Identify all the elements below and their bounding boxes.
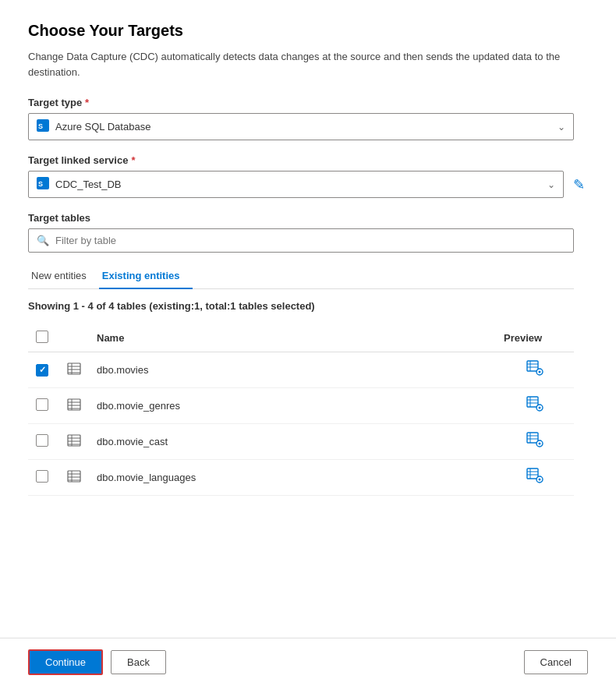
table-type-icon — [59, 388, 89, 424]
azure-sql-icon: S — [37, 119, 49, 134]
header-name-col: Name — [89, 324, 496, 352]
header-checkbox-col — [28, 324, 59, 352]
footer: Continue Back Cancel — [0, 638, 616, 686]
table-info: Showing 1 - 4 of 4 tables (existing:1, t… — [28, 300, 588, 312]
svg-point-14 — [539, 371, 541, 373]
filter-by-table-input[interactable] — [55, 235, 565, 246]
search-icon: 🔍 — [37, 235, 49, 246]
target-type-dropdown[interactable]: S Azure SQL Database ⌄ — [28, 113, 574, 140]
tabs-container: New entities Existing entities — [28, 263, 574, 289]
svg-rect-20 — [527, 397, 538, 407]
linked-service-row: S CDC_Test_DB ⌄ ✎ — [28, 171, 588, 198]
tables-table: Name Preview dbo.movies — [28, 324, 574, 496]
row-checkbox-2[interactable] — [36, 398, 48, 411]
tab-existing-entities[interactable]: Existing entities — [99, 263, 193, 289]
table-row: dbo.movie_languages — [28, 460, 574, 496]
svg-rect-31 — [527, 433, 538, 443]
linked-service-required-star: * — [131, 154, 135, 166]
page-title: Choose Your Targets — [28, 22, 588, 40]
required-star: * — [85, 97, 89, 108]
svg-text:S: S — [38, 122, 43, 130]
header-preview-col: Preview — [496, 324, 574, 352]
preview-table-icon[interactable] — [526, 363, 543, 379]
preview-button-1[interactable] — [496, 352, 574, 388]
row-checkbox-3[interactable] — [36, 434, 48, 447]
preview-button-3[interactable] — [496, 424, 574, 460]
table-type-icon — [59, 424, 89, 460]
edit-linked-service-icon[interactable]: ✎ — [570, 173, 588, 196]
svg-rect-9 — [527, 361, 538, 371]
target-type-chevron-icon: ⌄ — [558, 122, 565, 133]
svg-point-36 — [539, 443, 541, 445]
preview-table-icon[interactable] — [526, 471, 543, 486]
table-type-icon — [59, 460, 89, 496]
filter-input-container[interactable]: 🔍 — [28, 228, 574, 253]
target-linked-service-label: Target linked service * — [28, 154, 588, 166]
linked-service-value: CDC_Test_DB — [55, 179, 547, 190]
table-row: dbo.movie_cast — [28, 424, 574, 460]
preview-button-2[interactable] — [496, 388, 574, 424]
table-row: dbo.movie_genres — [28, 388, 574, 424]
preview-table-icon[interactable] — [526, 399, 543, 415]
table-type-icon — [59, 352, 89, 388]
target-type-value: Azure SQL Database — [55, 121, 558, 133]
select-all-checkbox[interactable] — [36, 331, 48, 343]
preview-button-4[interactable] — [496, 460, 574, 496]
preview-table-icon[interactable] — [526, 435, 543, 451]
back-button[interactable]: Back — [111, 650, 166, 674]
table-name: dbo.movie_genres — [89, 388, 496, 424]
linked-service-db-icon: S — [37, 177, 49, 192]
linked-service-dropdown[interactable]: S CDC_Test_DB ⌄ — [28, 171, 564, 198]
svg-rect-42 — [527, 469, 538, 479]
target-tables-label: Target tables — [28, 212, 588, 224]
tab-new-entities[interactable]: New entities — [28, 263, 99, 289]
cancel-button[interactable]: Cancel — [524, 650, 588, 674]
main-content: Choose Your Targets Change Data Capture … — [0, 0, 616, 638]
header-icon-col — [59, 324, 89, 352]
svg-text:S: S — [38, 180, 43, 188]
continue-button[interactable]: Continue — [28, 649, 103, 675]
table-name: dbo.movie_languages — [89, 460, 496, 496]
table-name: dbo.movies — [89, 352, 496, 388]
page-description: Change Data Capture (CDC) automatically … — [28, 49, 574, 80]
linked-service-chevron-icon: ⌄ — [547, 179, 555, 190]
svg-point-25 — [539, 407, 541, 409]
svg-point-47 — [539, 479, 541, 481]
table-name: dbo.movie_cast — [89, 424, 496, 460]
target-type-label: Target type * — [28, 97, 588, 108]
row-checkbox-4[interactable] — [36, 470, 48, 483]
table-row: dbo.movies — [28, 352, 574, 388]
row-checkbox-1[interactable] — [36, 364, 48, 377]
